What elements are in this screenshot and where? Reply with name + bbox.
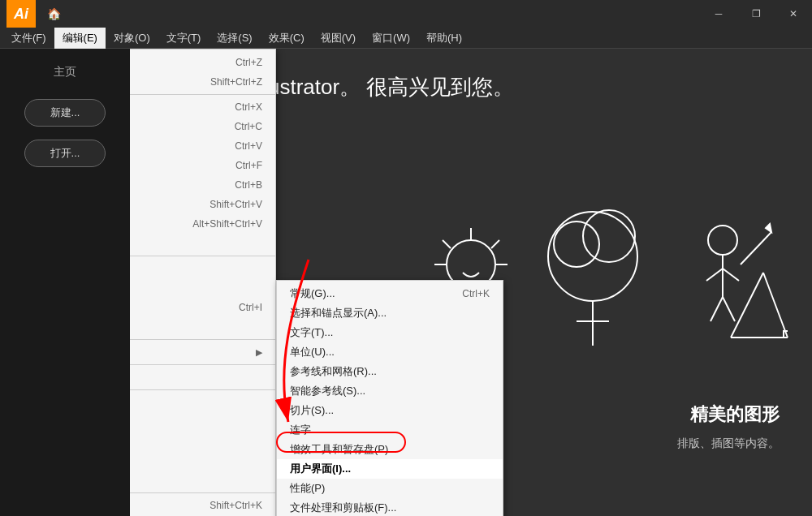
pref-guides[interactable]: 参考线和网格(R)... (277, 362, 503, 381)
menu-view[interactable]: 视图(V) (313, 28, 364, 49)
svg-line-5 (443, 240, 451, 248)
menu-edit-original[interactable]: 编辑原稿(O) (130, 368, 275, 387)
menu-effect[interactable]: 效果(C) (261, 28, 313, 49)
menu-edit[interactable]: 编辑(E) (54, 28, 106, 49)
menu-undo[interactable]: 还原(U) Ctrl+Z (130, 53, 275, 72)
menu-print-preset[interactable]: 打印预设(Q)... (130, 412, 275, 432)
menu-edit-colors[interactable]: 编辑颜色 ▶ (130, 342, 275, 362)
sep5 (130, 389, 275, 390)
svg-line-15 (741, 232, 771, 264)
promo-subtext: 排版、插图等内容。 (677, 436, 780, 451)
menu-object[interactable]: 对象(O) (106, 28, 158, 49)
menu-help[interactable]: 帮助(H) (418, 28, 470, 49)
svg-point-12 (554, 221, 599, 267)
restore-button[interactable]: ❐ (737, 0, 775, 28)
pref-general[interactable]: 常规(G)... Ctrl+K (277, 284, 503, 303)
content-area: 欢迎使用 Illustrator。 很高兴见到您。 (130, 49, 812, 516)
open-button[interactable]: 打开... (24, 140, 106, 167)
main-layout: 主页 新建... 打开... 欢迎使用 Illustrator。 很高兴见到您。 (0, 49, 812, 516)
svg-line-6 (491, 240, 499, 248)
new-button[interactable]: 新建... (24, 99, 106, 127)
menu-color-settings[interactable]: 颜色设置(G)... Shift+Ctrl+K (130, 496, 275, 515)
pref-file-clipboard[interactable]: 文件处理和剪贴板(F)... (277, 498, 503, 516)
menu-bar: 文件(F) 编辑(E) 对象(O) 文字(T) 选择(S) 效果(C) 视图(V… (0, 28, 812, 49)
menu-spell-check[interactable]: 拼写检查(I) Ctrl+I (130, 298, 275, 317)
window-controls: ─ ❐ ✕ (700, 0, 812, 28)
pref-selection[interactable]: 选择和锚点显示(A)... (277, 303, 503, 323)
svg-point-13 (583, 210, 635, 262)
pref-smart-guides[interactable]: 智能参考线(S)... (277, 381, 503, 401)
svg-line-19 (763, 273, 788, 338)
sep2 (130, 256, 275, 256)
menu-file[interactable]: 文件(F) (3, 28, 54, 49)
dropdown-container: 还原(U) Ctrl+Z 重做(R) Shift+Ctrl+Z 剪切(T) Ct… (130, 49, 276, 516)
title-bar: Ai 🏠 ─ ❐ ✕ (0, 0, 812, 28)
menu-adobe-pdf[interactable]: Adobe PDF 预设(M)... (130, 432, 275, 451)
preferences-submenu: 常规(G)... Ctrl+K 选择和锚点显示(A)... 文字(T)... 单… (276, 280, 503, 516)
menu-redo[interactable]: 重做(R) Shift+Ctrl+Z (130, 72, 275, 92)
app-logo: Ai (6, 0, 36, 28)
sep4 (130, 364, 275, 365)
menu-cut[interactable]: 剪切(T) Ctrl+X (130, 97, 275, 117)
minimize-button[interactable]: ─ (700, 0, 737, 28)
pref-hyphen[interactable]: 连字... (277, 420, 503, 440)
home-icon[interactable]: 🏠 (42, 6, 66, 22)
svg-marker-16 (766, 224, 771, 232)
menu-paste[interactable]: 粘贴(P) Ctrl+V (130, 136, 275, 156)
pref-ui[interactable]: 用户界面(I)... (277, 459, 503, 479)
pref-slices[interactable]: 切片(S)... (277, 401, 503, 420)
promo-text: 精美的图形 (690, 402, 780, 427)
pref-performance[interactable]: 性能(P) (277, 479, 503, 498)
close-button[interactable]: ✕ (775, 0, 812, 28)
menu-custom-dict[interactable]: 编辑自定词典(D)... (130, 317, 275, 337)
menu-transparency[interactable]: 透明度拼合器预设(J)... (130, 393, 275, 412)
svg-line-18 (731, 273, 763, 338)
menu-text[interactable]: 文字(T) (158, 28, 209, 49)
menu-paste-back[interactable]: 贴在后面(B) Ctrl+B (130, 175, 275, 195)
menu-paste-inplace[interactable]: 就地粘贴(S) Shift+Ctrl+V (130, 195, 275, 214)
edit-menu-dropdown: 还原(U) Ctrl+Z 重做(R) Shift+Ctrl+Z 剪切(T) Ct… (130, 49, 276, 516)
menu-find-next[interactable]: 查找下一个(X) (130, 278, 275, 298)
sep6 (130, 492, 275, 493)
sidebar-home-label: 主页 (54, 65, 76, 80)
menu-perspective[interactable]: 透视网格预设(G)... (130, 471, 275, 490)
pref-units[interactable]: 单位(U)... (277, 342, 503, 362)
menu-paste-front[interactable]: 贴在前面(F) Ctrl+F (130, 156, 275, 175)
sep3 (130, 339, 275, 340)
menu-window[interactable]: 窗口(W) (364, 28, 418, 49)
menu-clear[interactable]: 清除(L) (130, 234, 275, 253)
menu-swf[interactable]: SWF 预设(W)... (130, 451, 275, 471)
menu-find-replace[interactable]: 查找和替换(E)... (130, 259, 275, 278)
svg-point-14 (708, 226, 737, 255)
sidebar: 主页 新建... 打开... (0, 49, 130, 516)
menu-paste-allboards[interactable]: 在所有画板上粘贴(S) Alt+Shift+Ctrl+V (130, 214, 275, 234)
menu-select[interactable]: 选择(S) (209, 28, 260, 49)
pref-plugins[interactable]: 增效工具和暂存盘(P)... (277, 440, 503, 459)
sep1 (130, 94, 275, 95)
pref-text[interactable]: 文字(T)... (277, 323, 503, 342)
menu-copy[interactable]: 复制(C) Ctrl+C (130, 117, 275, 136)
